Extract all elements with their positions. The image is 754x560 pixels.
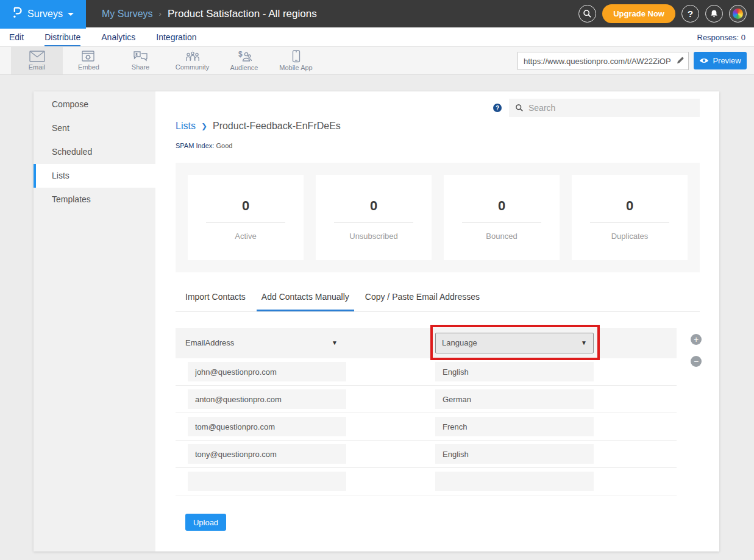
email-field[interactable] bbox=[188, 362, 346, 381]
contact-row bbox=[176, 358, 677, 386]
stat-label: Duplicates bbox=[611, 232, 649, 241]
upload-button[interactable]: Upload bbox=[185, 514, 226, 531]
search-icon bbox=[583, 9, 592, 18]
remove-row-button[interactable]: − bbox=[691, 356, 702, 367]
contact-row bbox=[176, 413, 677, 441]
lists-panel: Compose Sent Scheduled Lists Templates ?… bbox=[34, 91, 719, 551]
contact-row bbox=[176, 468, 677, 495]
stat-label: Bounced bbox=[486, 232, 517, 241]
list-stats: 0 Active 0 Unsubscribed 0 Bounced 0 bbox=[176, 163, 700, 272]
language-field[interactable] bbox=[435, 389, 594, 409]
stat-value: 0 bbox=[498, 198, 505, 214]
svg-text:$: $ bbox=[238, 51, 243, 58]
toolbar-embed[interactable]: Embed bbox=[63, 47, 115, 74]
survey-url-input[interactable] bbox=[517, 52, 689, 70]
contextual-help-icon[interactable]: ? bbox=[493, 104, 502, 112]
sidebar-item-compose[interactable]: Compose bbox=[34, 93, 155, 116]
breadcrumb: Lists ❯ Product-Feedback-EnFrDeEs bbox=[176, 121, 700, 132]
divider bbox=[462, 222, 541, 223]
distribute-toolbar: Email Embed Share Community $ bbox=[0, 47, 754, 75]
questionpro-logo-icon bbox=[12, 6, 23, 21]
tab-integration[interactable]: Integration bbox=[156, 32, 196, 46]
upgrade-now-button[interactable]: Upgrade Now bbox=[602, 4, 675, 23]
help-button[interactable]: ? bbox=[681, 5, 699, 23]
eye-icon bbox=[699, 57, 709, 64]
chevron-down-icon bbox=[68, 13, 74, 16]
breadcrumb-lists-link[interactable]: Lists bbox=[176, 121, 196, 132]
tab-distribute[interactable]: Distribute bbox=[44, 32, 80, 46]
preview-button[interactable]: Preview bbox=[694, 52, 747, 69]
toolbar-mobile-app[interactable]: Mobile App bbox=[270, 47, 322, 74]
product-menu-label: Surveys bbox=[27, 9, 63, 19]
survey-nav: Edit Distribute Analytics Integration Re… bbox=[0, 27, 754, 47]
list-search-box bbox=[509, 99, 700, 117]
audience-icon: $ bbox=[237, 51, 252, 63]
chevron-down-icon: ▼ bbox=[332, 328, 338, 358]
stat-card-unsubscribed: 0 Unsubscribed bbox=[316, 175, 432, 260]
sidebar-item-scheduled[interactable]: Scheduled bbox=[34, 140, 155, 164]
spam-index-label: SPAM Index: bbox=[176, 142, 214, 149]
contacts-tabs: Import Contacts Add Contacts Manually Co… bbox=[176, 292, 700, 312]
search-icon bbox=[515, 104, 524, 112]
chevron-down-icon: ▼ bbox=[581, 333, 587, 353]
breadcrumb-separator: › bbox=[159, 9, 162, 18]
account-avatar[interactable] bbox=[729, 5, 747, 23]
search-input[interactable] bbox=[528, 103, 694, 113]
breadcrumb-current-list: Product-Feedback-EnFrDeEs bbox=[213, 121, 341, 132]
chevron-right-icon: ❯ bbox=[201, 122, 207, 130]
email-field[interactable] bbox=[188, 444, 346, 464]
language-field[interactable] bbox=[435, 444, 594, 464]
email-field[interactable] bbox=[188, 389, 346, 409]
embed-icon bbox=[82, 51, 96, 62]
toolbar-community[interactable]: Community bbox=[166, 47, 218, 74]
stat-label: Unsubscribed bbox=[349, 232, 398, 241]
tab-edit[interactable]: Edit bbox=[9, 32, 24, 46]
column1-field-select[interactable]: EmailAddress ▼ bbox=[185, 328, 338, 358]
survey-title: Product Satisfaction - All regions bbox=[168, 8, 317, 20]
surveys-product-menu[interactable]: Surveys bbox=[0, 0, 86, 28]
sidebar-item-sent[interactable]: Sent bbox=[34, 116, 155, 140]
responses-count[interactable]: Responses: 0 bbox=[697, 33, 746, 42]
lists-content: ? Lists ❯ Product-Feedback-EnFrDeEs SPAM… bbox=[155, 91, 719, 551]
email-field[interactable] bbox=[188, 472, 346, 491]
community-icon bbox=[185, 51, 201, 62]
email-sidebar: Compose Sent Scheduled Lists Templates bbox=[34, 91, 155, 551]
stat-value: 0 bbox=[626, 198, 633, 214]
tab-copy-paste-emails[interactable]: Copy / Paste Email Addresses bbox=[365, 292, 480, 311]
sidebar-item-lists[interactable]: Lists bbox=[34, 164, 155, 188]
sidebar-item-templates[interactable]: Templates bbox=[34, 188, 155, 211]
language-field[interactable] bbox=[435, 472, 594, 491]
global-search-button[interactable] bbox=[578, 5, 596, 23]
column-mapping-row: EmailAddress ▼ Language ▼ + − bbox=[176, 328, 677, 358]
survey-url-field bbox=[517, 52, 689, 70]
notifications-button[interactable] bbox=[705, 5, 723, 23]
header-actions: Upgrade Now ? bbox=[578, 0, 747, 27]
stat-card-active: 0 Active bbox=[188, 175, 304, 260]
tab-analytics[interactable]: Analytics bbox=[101, 32, 135, 46]
divider bbox=[334, 222, 413, 223]
edit-url-icon[interactable] bbox=[676, 56, 685, 67]
search-row: ? bbox=[176, 91, 700, 117]
toolbar-share[interactable]: Share bbox=[115, 47, 166, 74]
stat-value: 0 bbox=[370, 198, 377, 214]
divider bbox=[206, 222, 285, 223]
toolbar-audience[interactable]: $ Audience bbox=[218, 47, 270, 74]
add-contacts-form: EmailAddress ▼ Language ▼ + − bbox=[176, 328, 677, 531]
language-field[interactable] bbox=[435, 362, 594, 381]
tab-import-contacts[interactable]: Import Contacts bbox=[185, 292, 246, 311]
email-field[interactable] bbox=[188, 417, 346, 436]
avatar-logo bbox=[733, 9, 743, 19]
question-mark-icon: ? bbox=[688, 9, 693, 19]
header-breadcrumb: My Surveys › Product Satisfaction - All … bbox=[102, 8, 317, 20]
top-header: Surveys My Surveys › Product Satisfactio… bbox=[0, 0, 754, 27]
add-row-button[interactable]: + bbox=[691, 334, 702, 345]
language-field[interactable] bbox=[435, 417, 594, 436]
toolbar-email[interactable]: Email bbox=[11, 47, 63, 74]
mobile-app-icon bbox=[292, 50, 301, 63]
column2-field-select[interactable]: Language ▼ bbox=[435, 333, 594, 353]
tab-add-contacts-manually[interactable]: Add Contacts Manually bbox=[257, 292, 354, 311]
stat-label: Active bbox=[235, 232, 256, 241]
breadcrumb-my-surveys[interactable]: My Surveys bbox=[102, 9, 153, 19]
divider bbox=[590, 222, 669, 223]
bell-icon bbox=[710, 9, 719, 18]
